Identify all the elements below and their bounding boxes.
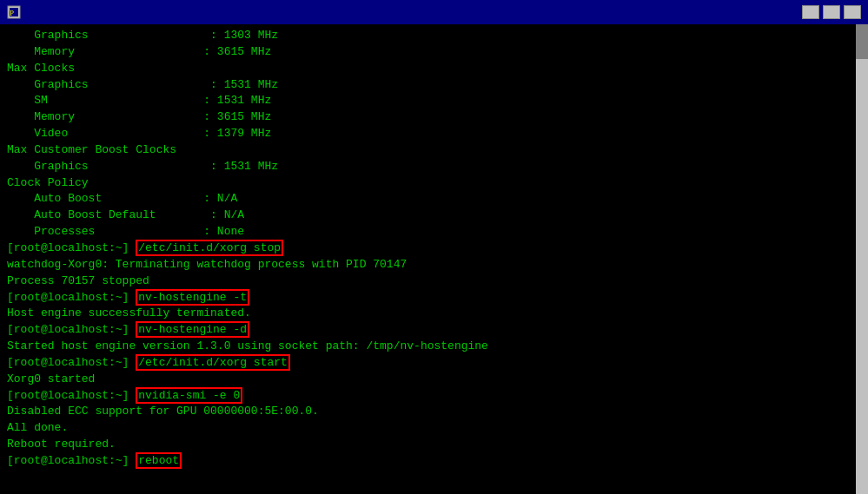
terminal-line: Max Clocks bbox=[7, 61, 861, 77]
highlighted-command: nv-hostengine -d bbox=[136, 321, 249, 338]
titlebar-left: P bbox=[7, 5, 26, 19]
terminal-line: [root@localhost:~] /etc/init.d/xorg star… bbox=[7, 355, 861, 372]
terminal-line: Disabled ECC support for GPU 00000000:5E… bbox=[7, 404, 861, 420]
terminal-line: Reboot required. bbox=[7, 437, 861, 453]
terminal-line: [root@localhost:~] /etc/init.d/xorg stop bbox=[7, 240, 861, 257]
titlebar: P bbox=[0, 0, 868, 24]
terminal-line: All done. bbox=[7, 420, 861, 437]
terminal-line: SM : 1531 MHz bbox=[7, 93, 861, 109]
terminal-line: Graphics : 1303 MHz bbox=[7, 28, 861, 44]
terminal-line: [root@localhost:~] nvidia-smi -e 0 bbox=[7, 388, 861, 405]
terminal-line: watchdog-Xorg0: Terminating watchdog pro… bbox=[7, 257, 861, 273]
terminal-line: Graphics : 1531 MHz bbox=[7, 77, 861, 94]
terminal-line: Process 70157 stopped bbox=[7, 273, 861, 290]
terminal-area[interactable]: Graphics : 1303 MHz Memory : 3615 MHzMax… bbox=[0, 24, 868, 494]
terminal-line: Graphics : 1531 MHz bbox=[7, 159, 861, 175]
terminal-line: Auto Boost : N/A bbox=[7, 191, 861, 207]
terminal-line: Host engine successfully terminated. bbox=[7, 306, 861, 322]
minimize-button[interactable] bbox=[802, 5, 819, 19]
close-button[interactable] bbox=[844, 5, 861, 19]
terminal-line: [root@localhost:~] nv-hostengine -d bbox=[7, 322, 861, 339]
terminal-line: Max Customer Boost Clocks bbox=[7, 142, 861, 159]
terminal-line: Clock Policy bbox=[7, 175, 861, 192]
highlighted-command: nvidia-smi -e 0 bbox=[136, 387, 242, 404]
terminal-line: Xorg0 started bbox=[7, 372, 861, 388]
highlighted-command: /etc/init.d/xorg stop bbox=[136, 240, 283, 256]
terminal-line: [root@localhost:~] reboot bbox=[7, 453, 861, 470]
putty-icon: P bbox=[7, 5, 21, 19]
svg-text:P: P bbox=[10, 9, 14, 17]
scrollbar[interactable] bbox=[856, 24, 868, 494]
terminal-line: [root@localhost:~] nv-hostengine -t bbox=[7, 290, 861, 306]
maximize-button[interactable] bbox=[823, 5, 840, 19]
scrollbar-thumb[interactable] bbox=[856, 24, 868, 59]
terminal-line: Auto Boost Default : N/A bbox=[7, 207, 861, 224]
highlighted-command: nv-hostengine -t bbox=[136, 289, 249, 306]
terminal-line: Processes : None bbox=[7, 224, 861, 240]
highlighted-command: /etc/init.d/xorg start bbox=[136, 354, 290, 371]
terminal-line: Memory : 3615 MHz bbox=[7, 44, 861, 61]
terminal-line: Memory : 3615 MHz bbox=[7, 109, 861, 126]
terminal-line: Video : 1379 MHz bbox=[7, 126, 861, 142]
terminal-line: Started host engine version 1.3.0 using … bbox=[7, 339, 861, 355]
highlighted-command: reboot bbox=[136, 452, 182, 469]
titlebar-buttons[interactable] bbox=[802, 5, 861, 19]
